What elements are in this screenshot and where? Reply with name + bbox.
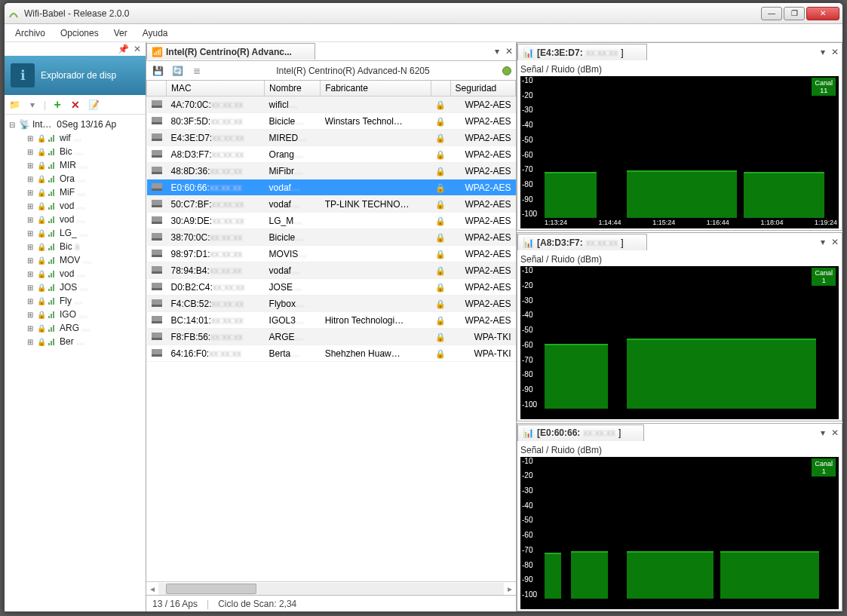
chart-area[interactable]: Canal1-10-20-30-40-50-60-70-80-90-100 xyxy=(520,457,839,609)
table-row[interactable]: A8:D3:F7:xx:xx:xxOrang…🔒WPA2-AES xyxy=(147,146,516,163)
sidebar-title: Explorador de disp xyxy=(41,70,116,81)
menu-archivo[interactable]: Archivo xyxy=(9,26,51,41)
table-row[interactable]: 50:C7:BF:xx:xx:xxvodaf…TP-LINK TECHNO…🔒W… xyxy=(147,196,516,213)
edit-icon[interactable]: 📝 xyxy=(87,98,100,112)
menu-ayuda[interactable]: Ayuda xyxy=(137,26,174,41)
tree-item[interactable]: ⊞🔒IGO… xyxy=(6,308,144,321)
close-button[interactable]: ✕ xyxy=(806,7,839,20)
tree-item[interactable]: ⊞🔒Bic… xyxy=(6,145,144,158)
tree-item[interactable]: ⊞🔒Ber… xyxy=(6,335,144,348)
charts-column: 📊[E4:3E:D7:xx:xx:xx]▾✕Señal / Ruido (dBm… xyxy=(517,42,842,611)
table-row[interactable]: 4A:70:0C:xx:xx:xxwificl…🔒WPA2-AES xyxy=(147,97,516,113)
tree-item[interactable]: ⊞🔒LG_… xyxy=(6,226,144,240)
ap-table[interactable]: MAC Nombre Fabricante Seguridad 4A:70:0C… xyxy=(146,80,516,581)
table-row[interactable]: 80:3F:5D:xx:xx:xxBicicle…Winstars Techno… xyxy=(147,113,516,130)
expand-icon[interactable]: ⊞ xyxy=(27,229,35,238)
table-row[interactable]: 30:A9:DE:xx:xx:xxLG_M…🔒WPA2-AES xyxy=(147,213,516,229)
expand-icon[interactable]: ⊞ xyxy=(27,283,35,292)
table-row[interactable]: D0:B2:C4:xx:xx:xxJOSE…🔒WPA2-AES xyxy=(147,279,516,296)
expand-icon[interactable]: ⊞ xyxy=(27,338,35,346)
col-mac[interactable]: MAC xyxy=(167,81,265,97)
expand-icon[interactable]: ⊞ xyxy=(27,148,35,156)
tab-dropdown-icon[interactable]: ▾ xyxy=(492,46,502,57)
col-nombre[interactable]: Nombre xyxy=(265,81,321,97)
tab-dropdown-icon[interactable]: ▾ xyxy=(818,237,828,247)
expand-icon[interactable]: ⊞ xyxy=(27,202,35,210)
tree-item[interactable]: ⊞🔒vod… xyxy=(6,267,144,280)
device-tree[interactable]: ⊟ 📡 Int… 0Seg 13/16 Ap ⊞🔒wif…⊞🔒Bic…⊞🔒MIR… xyxy=(5,115,146,611)
dropdown-icon[interactable]: ▾ xyxy=(26,98,39,112)
tree-item[interactable]: ⊞🔒wif… xyxy=(6,131,144,145)
adapter-tab[interactable]: 📶 Intel(R) Centrino(R) Advanc... xyxy=(146,43,315,60)
expand-icon[interactable]: ⊞ xyxy=(27,161,35,170)
horizontal-scrollbar[interactable]: ◂ ▸ xyxy=(146,581,516,595)
col-seguridad[interactable]: Seguridad xyxy=(450,81,515,97)
table-row[interactable]: F8:FB:56:xx:xx:xxARGE…🔒WPA-TKI xyxy=(147,329,516,345)
titlebar[interactable]: Wifi-Babel - Release 2.0.0 — ❐ ✕ xyxy=(5,3,842,24)
tree-item[interactable]: ⊞🔒Bic a xyxy=(6,240,144,253)
table-row[interactable]: 78:94:B4:xx:xx:xxvodaf…🔒WPA2-AES xyxy=(147,262,516,279)
table-row[interactable]: 98:97:D1:xx:xx:xxMOVIS…🔒WPA2-AES xyxy=(147,246,516,262)
chart-tab[interactable]: 📊[E0:60:66:xx:xx:xx] xyxy=(517,424,644,441)
expand-icon[interactable]: ⊞ xyxy=(27,297,35,305)
tab-close-icon[interactable]: ✕ xyxy=(828,47,842,57)
minimize-button[interactable]: — xyxy=(761,7,782,20)
table-row[interactable]: E0:60:66:xx:xx:xxvodaf…🔒WPA2-AES xyxy=(147,179,516,196)
tree-item[interactable]: ⊞🔒Ora… xyxy=(6,172,144,185)
chart-tab[interactable]: 📊[A8:D3:F7:xx:xx:xx] xyxy=(517,234,647,250)
expand-icon[interactable]: ⊞ xyxy=(27,175,35,183)
tab-close-icon[interactable]: ✕ xyxy=(502,46,516,57)
tab-close-icon[interactable]: ✕ xyxy=(828,428,842,438)
expand-icon[interactable]: ⊞ xyxy=(27,324,35,333)
tree-item[interactable]: ⊞🔒vod… xyxy=(6,213,144,226)
collapse-icon[interactable]: ⊟ xyxy=(9,121,17,129)
refresh-icon[interactable]: 🔄 xyxy=(170,64,184,78)
chart-area[interactable]: Canal11-10-20-30-40-50-60-70-80-90-1001:… xyxy=(520,76,839,228)
menu-ver[interactable]: Ver xyxy=(108,26,133,41)
table-row[interactable]: 48:8D:36:xx:xx:xxMiFibr…🔒WPA2-AES xyxy=(147,163,516,179)
expand-icon[interactable]: ⊞ xyxy=(27,270,35,278)
list-icon[interactable]: ≣ xyxy=(190,64,204,78)
tab-dropdown-icon[interactable]: ▾ xyxy=(818,47,828,57)
col-icon[interactable] xyxy=(147,81,167,97)
signal-icon xyxy=(48,270,57,277)
save-icon[interactable]: 💾 xyxy=(151,64,164,78)
expand-icon[interactable]: ⊞ xyxy=(27,311,35,319)
table-row[interactable]: F4:CB:52:xx:xx:xxFlybox…🔒WPA2-AES xyxy=(147,296,516,312)
tab-close-icon[interactable]: ✕ xyxy=(828,237,842,247)
tree-item[interactable]: ⊞🔒ARG… xyxy=(6,321,144,335)
pin-icon[interactable]: 📌 xyxy=(118,44,129,54)
expand-icon[interactable]: ⊞ xyxy=(27,256,35,265)
remove-button[interactable]: ✕ xyxy=(69,98,82,112)
chart-icon: 📊 xyxy=(523,238,534,248)
expand-icon[interactable]: ⊞ xyxy=(27,188,35,197)
table-row[interactable]: 38:70:0C:xx:xx:xxBicicle…🔒WPA2-AES xyxy=(147,229,516,246)
tree-item[interactable]: ⊞🔒Fly… xyxy=(6,294,144,308)
tree-item[interactable]: ⊞🔒MiF… xyxy=(6,185,144,199)
lock-icon: 🔒 xyxy=(37,229,46,238)
sidebar-close-icon[interactable]: ✕ xyxy=(133,44,141,54)
table-row[interactable]: 64:16:F0:xx:xx:xxBerta…Shehzhen Huaw…🔒WP… xyxy=(147,345,516,362)
menu-opciones[interactable]: Opciones xyxy=(54,26,105,41)
folder-icon[interactable]: 📁 xyxy=(8,98,21,112)
col-lock[interactable] xyxy=(431,81,450,97)
expand-icon[interactable]: ⊞ xyxy=(27,243,35,251)
tree-item[interactable]: ⊞🔒vod… xyxy=(6,199,144,213)
tree-item[interactable]: ⊞🔒MIR… xyxy=(6,158,144,172)
tree-item[interactable]: ⊞🔒JOS… xyxy=(6,280,144,294)
table-row[interactable]: E4:3E:D7:xx:xx:xxMIRED…🔒WPA2-AES xyxy=(147,130,516,146)
maximize-button[interactable]: ❐ xyxy=(784,7,805,20)
col-fabricante[interactable]: Fabricante xyxy=(321,81,431,97)
status-aps: 13 / 16 Aps xyxy=(152,599,198,609)
expand-icon[interactable]: ⊞ xyxy=(27,216,35,224)
chart-area[interactable]: Canal1-10-20-30-40-50-60-70-80-90-100 xyxy=(520,266,839,418)
chart-tab[interactable]: 📊[E4:3E:D7:xx:xx:xx] xyxy=(517,44,647,60)
tree-root[interactable]: ⊟ 📡 Int… 0Seg 13/16 Ap xyxy=(6,118,144,131)
table-row[interactable]: BC:14:01:xx:xx:xxIGOL3…Hitron Technologi… xyxy=(147,312,516,329)
tree-item[interactable]: ⊞🔒MOV… xyxy=(6,253,144,267)
add-button[interactable]: + xyxy=(51,98,64,112)
adapter-icon: 📡 xyxy=(19,119,30,130)
scrollbar-thumb[interactable] xyxy=(166,584,256,594)
expand-icon[interactable]: ⊞ xyxy=(27,134,35,143)
tab-dropdown-icon[interactable]: ▾ xyxy=(818,428,828,438)
